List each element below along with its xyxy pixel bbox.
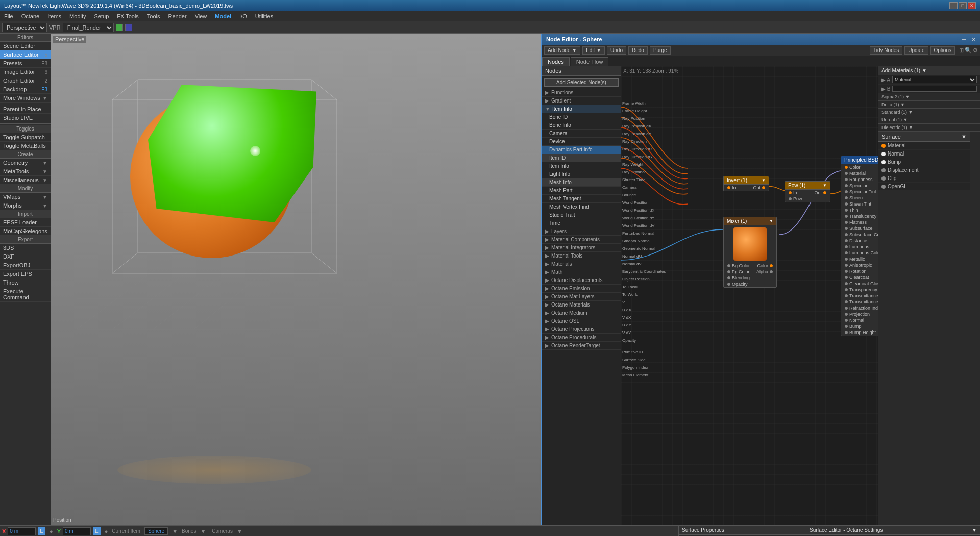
sigma2-item[interactable]: Sigma2 (1) ▼	[878, 93, 980, 101]
add-node-button[interactable]: Add Node ▼	[544, 46, 580, 55]
materials-expand[interactable]: ▶ Materials	[542, 260, 621, 268]
math-expand[interactable]: ▶ Math	[542, 268, 621, 276]
menu-view[interactable]: View	[191, 11, 211, 21]
sidebar-item-exportobj[interactable]: ExportOBJ	[0, 261, 51, 270]
sidebar-item-vmaps[interactable]: VMaps▼	[0, 193, 51, 201]
time-item[interactable]: Time	[542, 219, 621, 227]
item-info-item[interactable]: Item Info	[542, 162, 621, 170]
unreal-item[interactable]: Unreal (1) ▼	[878, 116, 980, 124]
right-bottom-expand[interactable]: ▼	[972, 527, 977, 533]
mesh-part-item[interactable]: Mesh Part	[542, 187, 621, 195]
menu-utilities[interactable]: Utilities	[251, 11, 277, 21]
sidebar-item-toggle-metaballs[interactable]: Toggle MetaBalls	[0, 142, 51, 150]
close-button[interactable]: ✕	[968, 2, 976, 9]
sidebar-item-miscellaneous[interactable]: Miscellaneous▼	[0, 176, 51, 185]
octane-displacements-expand[interactable]: ▶ Octane Displacements	[542, 276, 621, 285]
mode-dropdown[interactable]: Perspective	[2, 23, 47, 32]
sidebar-item-epsf-loader[interactable]: EPSF Loader	[0, 218, 51, 227]
render-toggle[interactable]	[116, 24, 123, 31]
search-icon[interactable]: 🔍	[965, 47, 972, 54]
menu-items[interactable]: Items	[43, 11, 65, 21]
layers-expand[interactable]: ▶ Layers	[542, 227, 621, 236]
sidebar-item-studio-live[interactable]: Studio LIVE	[0, 114, 51, 122]
octane-rendertarget-expand[interactable]: ▶ Octane RenderTarget	[542, 342, 621, 350]
menu-file[interactable]: File	[0, 11, 17, 21]
menu-model[interactable]: Model	[211, 11, 235, 21]
sidebar-item-morphs[interactable]: Morphs▼	[0, 201, 51, 210]
add-materials-b-input[interactable]	[892, 86, 977, 92]
invert-expand-icon[interactable]: ▼	[762, 178, 766, 183]
octane-projections-expand[interactable]: ▶ Octane Projections	[542, 325, 621, 334]
octane-medium-expand[interactable]: ▶ Octane Medium	[542, 309, 621, 317]
material-components-expand[interactable]: ▶ Material Components	[542, 236, 621, 244]
maximize-button[interactable]: □	[959, 2, 967, 9]
tab-node-flow[interactable]: Node Flow	[571, 57, 609, 66]
x-value-input[interactable]	[8, 527, 36, 535]
studio-trait-item[interactable]: Studio Trait	[542, 211, 621, 219]
menu-render[interactable]: Render	[164, 11, 191, 21]
mesh-tangent-item[interactable]: Mesh Tangent	[542, 195, 621, 203]
sidebar-item-backdrop[interactable]: BackdropF3	[0, 85, 51, 94]
add-selected-node-button[interactable]: Add Selected Node(s)	[544, 78, 619, 87]
node-editor-close[interactable]: ✕	[971, 36, 976, 43]
device-item[interactable]: Device	[542, 138, 621, 146]
tab-nodes[interactable]: Nodes	[542, 57, 570, 66]
sidebar-item-dxf[interactable]: DXF	[0, 252, 51, 261]
sidebar-item-parent-in-place[interactable]: Parent in Place	[0, 105, 51, 114]
y-value-input[interactable]	[63, 527, 91, 535]
y-e-button[interactable]: E	[93, 527, 101, 535]
octane-procedurals-expand[interactable]: ▶ Octane Procedurals	[542, 334, 621, 342]
menu-tools[interactable]: Tools	[143, 11, 164, 21]
purge-button[interactable]: Purge	[650, 46, 671, 55]
add-materials-header[interactable]: Add Materials (1) ▼	[878, 66, 980, 75]
sidebar-item-metatools[interactable]: MetaTools▼	[0, 167, 51, 176]
sidebar-item-3ds[interactable]: 3DS	[0, 244, 51, 252]
delta-item[interactable]: Delta (1) ▼	[878, 101, 980, 109]
sidebar-item-surface-editor[interactable]: Surface EditorF5	[0, 50, 51, 59]
octane-emission-expand[interactable]: ▶ Octane Emission	[542, 285, 621, 293]
settings-icon[interactable]: ⚙	[973, 47, 978, 54]
pow-node[interactable]: Pow (1) ▼ In Out Pow	[785, 181, 830, 202]
zoom-icon[interactable]: ⊞	[959, 47, 964, 54]
invert-node[interactable]: Invert (1) ▼ In Out	[723, 176, 769, 191]
cameras-expand[interactable]: ▼	[237, 528, 242, 534]
gradient-expand[interactable]: ▶ Gradient	[542, 97, 621, 105]
update-button[interactable]: Update	[904, 46, 928, 55]
sidebar-item-presets[interactable]: PresetsF8	[0, 59, 51, 68]
mixer-node[interactable]: Mixer (1) ▼ Bg Color Color Fg Color	[723, 217, 777, 288]
bone-id-item[interactable]: Bone ID	[542, 113, 621, 121]
mesh-info-item[interactable]: Mesh Info	[542, 178, 621, 187]
dynamics-part-info-item[interactable]: Dynamics Part Info	[542, 146, 621, 154]
viewport[interactable]: Perspective	[51, 34, 541, 525]
menu-io[interactable]: I/O	[235, 11, 251, 21]
dielectric-item[interactable]: Dielectric (1) ▼	[878, 124, 980, 132]
material-integrators-expand[interactable]: ▶ Material Integrators	[542, 244, 621, 252]
item-expand[interactable]: ▼	[172, 528, 178, 534]
bones-expand[interactable]: ▼	[200, 528, 206, 534]
sidebar-item-throw[interactable]: Throw	[0, 278, 51, 287]
sidebar-item-export-eps[interactable]: Export EPS	[0, 270, 51, 278]
menu-fxtools[interactable]: FX Tools	[113, 11, 143, 21]
add-materials-a-dropdown[interactable]: Material	[892, 76, 977, 83]
x-e-button[interactable]: E	[38, 527, 45, 535]
edit-button[interactable]: Edit ▼	[582, 46, 605, 55]
node-editor-minimize[interactable]: ─	[962, 36, 966, 43]
view-toggle[interactable]	[125, 24, 132, 31]
redo-button[interactable]: Redo	[628, 46, 648, 55]
mesh-vertex-find-item[interactable]: Mesh Vertex Find	[542, 203, 621, 211]
render-preset-dropdown[interactable]: Final_Render	[63, 23, 114, 32]
principled-bsdf-node[interactable]: Principled BSDF (1) ▼ Color Color Materi…	[841, 156, 878, 336]
sidebar-item-mocap-skelegons[interactable]: MoCapSkelegons	[0, 227, 51, 236]
octane-osl-expand[interactable]: ▶ Octane OSL	[542, 317, 621, 325]
sidebar-item-execute-command[interactable]: Execute Command	[0, 287, 51, 302]
sidebar-item-scene-editor[interactable]: Scene Editor	[0, 42, 51, 50]
mixer-expand-icon[interactable]: ▼	[769, 219, 773, 223]
tidy-nodes-button[interactable]: Tidy Nodes	[870, 46, 902, 55]
sidebar-item-more-windows[interactable]: More Windows▼	[0, 94, 51, 103]
sidebar-item-toggle-subpatch[interactable]: Toggle Subpatch	[0, 133, 51, 142]
camera-item[interactable]: Camera	[542, 130, 621, 138]
menu-octane[interactable]: Octane	[17, 11, 43, 21]
material-tools-expand[interactable]: ▶ Material Tools	[542, 252, 621, 260]
pow-expand-icon[interactable]: ▼	[823, 183, 827, 188]
bone-info-item[interactable]: Bone Info	[542, 121, 621, 130]
